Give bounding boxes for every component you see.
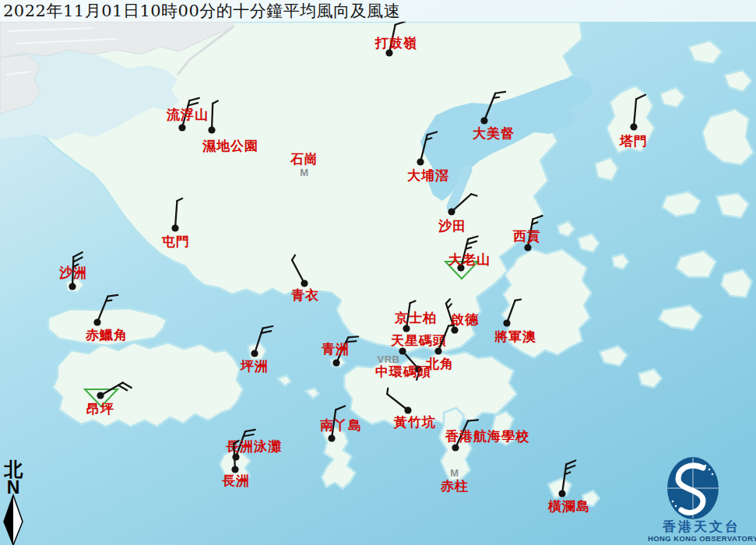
station-label: 大老山 (448, 251, 491, 267)
station-dot (232, 453, 239, 460)
station-dot (178, 124, 185, 131)
wind-barb (494, 97, 499, 98)
station-label: 濕地公園 (202, 138, 258, 153)
station-label: 昂坪 (86, 401, 114, 417)
wind-barb (515, 300, 521, 301)
station-dot (93, 318, 100, 325)
station-label: 青衣 (291, 287, 319, 303)
station-label: 西貢 (512, 228, 541, 244)
station-label: 京士柏 (394, 310, 437, 325)
hko-logo-english-name: HONG KONG OBSERVATORY (648, 534, 756, 543)
landmass-lantau (53, 343, 243, 427)
wind-barb (468, 420, 478, 420)
station-label: 石崗 (290, 151, 318, 167)
logo-halftone-dot (709, 469, 711, 471)
station-dot (403, 325, 410, 332)
hong-kong-wind-map: 打鼓嶺流浮山濕地公園M石崗大美督塔門大埔滘沙田西貢大老山屯門沙洲赤鱲角青衣青洲京… (0, 0, 756, 545)
station-label: 塔門 (619, 133, 648, 149)
station-dot (417, 158, 424, 165)
wind-barb (348, 336, 358, 337)
missing-data-marker: M (300, 167, 308, 178)
station-dot (451, 326, 458, 333)
station-dot (452, 444, 459, 451)
logo-halftone-dot (672, 501, 674, 503)
station-dot (448, 208, 455, 215)
logo-halftone-dot (712, 473, 714, 476)
station-label: 赤柱 (440, 478, 469, 494)
station-label: 打鼓嶺 (374, 35, 417, 51)
station-label: 橫瀾島 (547, 498, 590, 514)
station-label: 香港航海學校 (445, 428, 529, 444)
station-label: 黃竹坑 (393, 414, 436, 430)
station-label: 南丫島 (320, 417, 362, 433)
station-dot (399, 347, 406, 354)
hko-logo-chinese-name: 香港天文台 (662, 519, 740, 534)
station-dot (69, 283, 76, 290)
station-dot (630, 123, 637, 130)
station-dot (328, 434, 335, 441)
station-label: 青洲 (322, 341, 350, 357)
station-dot (480, 117, 487, 124)
station-dot (332, 359, 339, 366)
station-label: 大美督 (473, 125, 515, 141)
station-dot (524, 244, 531, 251)
station-label: 北角 (425, 356, 454, 371)
station-dot (208, 126, 215, 133)
station-dot (97, 392, 104, 399)
map-title: 2022年11月01日10時00分的十分鐘平均風向及風速 (0, 0, 756, 21)
station-dot (404, 406, 411, 413)
logo-halftone-dot (675, 505, 677, 508)
station-label: 流浮山 (166, 107, 209, 122)
wind-barb-staff (212, 104, 213, 130)
wind-barb (448, 325, 454, 326)
wind-map-screen: 打鼓嶺流浮山濕地公園M石崗大美督塔門大埔滘沙田西貢大老山屯門沙洲赤鱲角青衣青洲京… (0, 0, 756, 545)
logo-halftone-dot (679, 509, 681, 512)
station-dot (558, 490, 565, 497)
wind-barb (106, 301, 111, 301)
station-label: 屯門 (161, 234, 190, 249)
station-label: 赤鱲角 (85, 327, 128, 343)
station-label: 天星碼頭 (390, 332, 447, 348)
station-label: 長洲 (222, 473, 250, 488)
station-label: 將軍澳 (494, 329, 536, 344)
wind-barb (387, 389, 388, 394)
station-label: 中環碼頭 (375, 364, 431, 379)
station-dot (251, 350, 258, 357)
logo-halftone-dot (705, 465, 707, 467)
missing-data-marker: M (450, 467, 459, 479)
map-title-bar: 2022年11月01日10時00分的十分鐘平均風向及風速 (0, 0, 756, 22)
station-label: 沙田 (438, 218, 466, 234)
station-label: 大埔滘 (407, 167, 449, 183)
station-dot (434, 347, 441, 354)
station-dot (171, 224, 178, 231)
station-label: 沙洲 (58, 265, 87, 280)
station-dot (301, 280, 308, 287)
station-label: 坪洲 (240, 358, 269, 374)
station-dot (503, 319, 510, 326)
